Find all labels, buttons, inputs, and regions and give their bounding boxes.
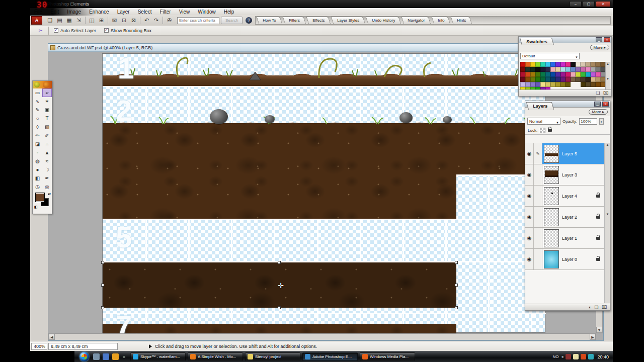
swatch-color[interactable] — [535, 72, 540, 77]
swatch-color[interactable] — [545, 67, 550, 72]
swatch-color[interactable] — [596, 72, 601, 77]
swatch-color[interactable] — [545, 77, 550, 82]
tray-display-icon[interactable] — [566, 354, 571, 359]
menu-item-help[interactable]: Help — [220, 9, 238, 15]
swatch-color[interactable] — [576, 67, 581, 72]
swatch-color[interactable] — [525, 82, 530, 87]
opacity-spinner[interactable]: ▸ — [599, 118, 604, 125]
taskbar-button-skype[interactable]: Skype™ - waterflam... — [130, 352, 186, 361]
selection-handle[interactable] — [455, 306, 458, 309]
tray-notes-icon[interactable] — [573, 354, 579, 359]
swatch-color[interactable] — [560, 77, 566, 82]
swatch-color[interactable] — [581, 82, 586, 87]
swatch-color[interactable] — [550, 72, 555, 77]
swatch-color[interactable] — [520, 77, 525, 82]
layer-row-layer-2[interactable]: ◉Layer 2 — [525, 207, 604, 228]
import-icon[interactable]: ⇲ — [74, 16, 84, 25]
swatch-color[interactable] — [586, 82, 591, 87]
swatch-color[interactable] — [535, 67, 540, 72]
visibility-cell[interactable]: ◉ — [525, 228, 534, 248]
swatch-color[interactable] — [566, 77, 571, 82]
swatch-color[interactable] — [540, 82, 545, 87]
zoom-tool[interactable]: ◎ — [42, 183, 52, 191]
swatch-color[interactable] — [586, 67, 591, 72]
scroll-down-arrow[interactable]: ▼ — [596, 327, 602, 333]
swatch-color[interactable] — [535, 77, 540, 82]
swatch-color[interactable] — [545, 62, 550, 67]
link-cell[interactable] — [534, 228, 542, 248]
save-icon[interactable]: ◫ — [87, 16, 97, 25]
auto-select-layer-checkbox[interactable] — [54, 28, 58, 33]
palette-tab-how-to[interactable]: How To — [257, 17, 282, 24]
hand-tool[interactable]: ◷ — [33, 183, 42, 191]
menu-item-select[interactable]: Select — [134, 9, 156, 15]
swatch-color[interactable] — [596, 82, 601, 87]
quick-fix-icon[interactable]: ✇ — [165, 16, 174, 25]
swatch-color[interactable] — [591, 62, 596, 67]
layers-close-icon[interactable]: ✕ — [602, 102, 609, 107]
swatch-color[interactable] — [545, 72, 550, 77]
swatch-color[interactable] — [571, 72, 576, 77]
layers-tab[interactable]: Layers — [526, 102, 554, 110]
undo-icon[interactable]: ↶ — [142, 16, 151, 25]
visibility-cell[interactable]: ◉ — [525, 164, 534, 185]
horizontal-scrollbar[interactable]: ◀ ▶ — [48, 333, 596, 340]
swatch-color[interactable] — [540, 77, 545, 82]
print-icon[interactable]: ⊠ — [129, 16, 138, 25]
swatch-color[interactable] — [555, 62, 560, 67]
eye-icon[interactable]: ◉ — [527, 235, 532, 241]
swatch-color[interactable] — [555, 82, 560, 87]
swatch-color[interactable] — [535, 62, 540, 67]
swatch-color[interactable] — [576, 72, 581, 77]
swatches-more-button[interactable]: More ▸ — [590, 45, 609, 50]
scroll-right-arrow[interactable]: ▶ — [590, 334, 596, 340]
clone-stamp-tool[interactable]: ◧ — [33, 174, 42, 183]
swatch-color[interactable] — [560, 67, 566, 72]
flip-3d-icon[interactable] — [103, 353, 109, 360]
zoom-level-field[interactable]: 400% — [31, 343, 47, 350]
taskbar-button-photoshop[interactable]: Adobe Photoshop E... — [302, 352, 358, 361]
palette-tab-navigator[interactable]: Navigator — [401, 17, 431, 24]
rect-marquee-tool[interactable]: ▭ — [33, 88, 42, 97]
swatch-color[interactable] — [571, 62, 576, 67]
pencil-tool[interactable]: ✐ — [42, 131, 52, 140]
palette-tab-hints[interactable]: Hints — [450, 17, 472, 24]
lock-transparency-icon[interactable] — [540, 128, 545, 133]
swatches-scrollbar[interactable]: ▲▼ — [605, 62, 610, 93]
browse-icon[interactable]: ▦ — [64, 16, 74, 25]
swatch-color[interactable] — [550, 62, 555, 67]
gradient-tool[interactable]: ▧ — [42, 123, 52, 131]
show-desktop-icon[interactable] — [93, 353, 100, 360]
save-for-web-icon[interactable]: ⊞ — [97, 16, 106, 25]
delete-layer-icon[interactable]: ⌧ — [602, 305, 607, 310]
swatches-preset-dropdown[interactable]: Default▼ — [520, 53, 580, 59]
eraser-tool[interactable]: ◪ — [33, 140, 42, 148]
swatch-color[interactable] — [525, 67, 530, 72]
open-file-icon[interactable]: ▤ — [55, 16, 64, 25]
default-colors-icon[interactable]: ◧ — [34, 205, 38, 209]
foreground-color-chip[interactable] — [35, 193, 45, 202]
swatch-color[interactable] — [591, 77, 596, 82]
swatch-color[interactable] — [586, 62, 591, 67]
menu-item-enhance[interactable]: Enhance — [85, 9, 113, 15]
swatch-color[interactable] — [566, 67, 571, 72]
minimize-button[interactable]: – — [570, 1, 582, 7]
swatch-color[interactable] — [540, 72, 545, 77]
swatch-color[interactable] — [520, 67, 525, 72]
document-size-field[interactable]: 8,49 cm x 8,49 cm — [48, 343, 118, 350]
smudge-tool[interactable]: ≈ — [42, 157, 52, 165]
selection-handle[interactable] — [101, 306, 104, 309]
swatch-color[interactable] — [581, 62, 586, 67]
visibility-cell[interactable]: ◉ — [525, 143, 534, 164]
selection-handle[interactable] — [455, 284, 458, 287]
new-file-icon[interactable]: ❏ — [45, 16, 55, 25]
palette-tab-layer-styles[interactable]: Layer Styles — [331, 17, 366, 24]
menu-item-file[interactable]: File — [30, 9, 46, 15]
lasso-tool[interactable]: ∿ — [33, 97, 42, 106]
swap-colors-icon[interactable]: ⇄ — [48, 192, 51, 196]
layer-row-layer-3[interactable]: ◉Layer 3 — [525, 164, 604, 186]
visibility-cell[interactable]: ◉ — [525, 207, 534, 227]
pse-logo-icon[interactable]: A — [31, 16, 42, 25]
swatch-color[interactable] — [591, 82, 596, 87]
palette-tab-undo-history[interactable]: Undo History — [366, 17, 401, 24]
